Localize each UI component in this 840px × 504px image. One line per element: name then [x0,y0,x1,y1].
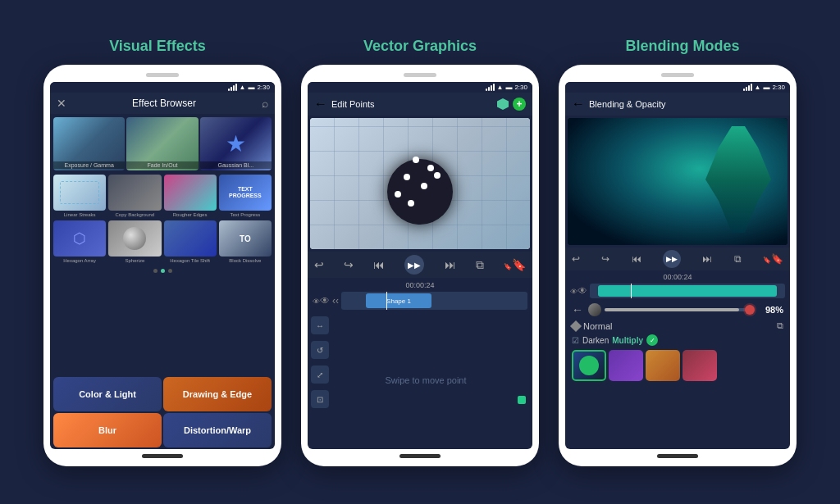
copy-button-2[interactable] [476,258,484,272]
edit-point-3[interactable] [421,183,427,189]
p3-playhead [631,284,632,298]
undo-button-3[interactable] [572,253,580,265]
effect-7[interactable]: TO Block Dissolve [219,220,272,264]
p3-blend-thumbnails [565,347,790,384]
edit-point-5[interactable] [434,172,441,179]
dot-0[interactable] [153,269,158,273]
back-opacity-button[interactable] [572,303,583,316]
p3-timecode: 00:00:24 [570,273,785,281]
dot-1[interactable] [161,269,165,273]
effect-label-2: Rougher Edges [173,212,208,218]
copy-button-3[interactable] [734,253,742,265]
text-progress-label: TEXTPROGRESS [229,186,262,198]
b2 [488,87,490,91]
play-button-3[interactable]: ▶ [663,250,681,268]
p3-layers-icon[interactable]: ⧉ [777,320,783,331]
redo-button-3[interactable] [601,253,609,265]
skip-end-button-3[interactable] [702,253,712,265]
blend-thumb-1[interactable] [609,350,643,381]
play-button-2[interactable]: ▶ [404,255,424,275]
effect-6[interactable]: Hexagon Tile Shift [164,220,217,264]
wifi-icon-2: ▲ [497,84,504,91]
move-tool[interactable]: ↔ [311,316,329,334]
scale-tool[interactable]: ⤢ [311,366,329,384]
p3-track-clip[interactable] [598,285,777,297]
dot-2[interactable] [168,269,172,273]
bookmark-button-3[interactable]: 🔖 [763,253,783,265]
p2-header-title: Edit Points [331,99,375,109]
edit-point-0[interactable] [413,157,419,163]
phone-home-button-2 [399,454,441,458]
thumb-fade[interactable]: Fade In/Out [126,117,198,170]
category-blur[interactable]: Blur [53,413,162,447]
thumb-label-0: Exposure / Gamma [53,161,125,169]
edit-point-1[interactable] [427,165,434,171]
eye-icon-3[interactable]: 👁 [570,285,587,297]
signal-bars-3 [743,84,752,91]
section-title-blending-modes: Blending Modes [568,38,797,55]
p3-track-scroll[interactable] [590,284,785,298]
edit-point-4[interactable] [395,191,401,198]
circle-icon-3 [588,303,601,316]
status-bar-3: ▲ ▬ 2:30 [565,82,790,93]
skip-start-button-2[interactable] [373,258,385,271]
redo-button-2[interactable] [344,258,354,271]
eye-icon-2[interactable]: 👁 [313,295,330,306]
category-drawing-edge[interactable]: Drawing & Edge [163,377,272,411]
effect-thumb-6 [164,220,217,257]
phone-speaker-3 [661,73,694,77]
p3-transport-controls: ▶ 🔖 [565,247,790,270]
p2-header-right: + [497,98,526,111]
back-button-2[interactable] [314,97,327,111]
rotate-tool[interactable]: ↺ [311,341,329,359]
effect-5[interactable]: Spherize [108,220,161,264]
thumb-label-1: Fade In/Out [126,161,198,169]
back-button-3[interactable] [572,97,585,111]
category-distortion-warp[interactable]: Distortion/Warp [163,413,272,447]
p3-slider-thumb[interactable] [745,305,755,315]
p2-track-clip[interactable]: Shape 1 [366,293,431,308]
p3-opacity-slider[interactable] [605,308,754,311]
search-button-1[interactable] [262,97,268,110]
p2-canvas[interactable] [310,118,530,249]
p3-blend-darken-label[interactable]: Darken [582,336,609,345]
b3 [491,85,492,91]
thumb-exposure[interactable]: Exposure / Gamma [53,117,125,170]
category-color-light[interactable]: Color & Light [53,377,162,411]
thumb-gaussian[interactable]: ★ Gaussian Bl... [200,117,272,170]
bar2 [231,87,232,91]
skip-start-button-3[interactable] [632,253,641,265]
effect-2[interactable]: Rougher Edges [164,175,217,218]
edit-point-2[interactable] [404,174,410,180]
p2-tool-list: ↔ ↺ ⤢ ⊡ [311,315,329,446]
time-1: 2:30 [257,84,270,91]
phone-home-button-3 [657,454,698,458]
chevron-left-2[interactable]: ‹ [332,295,339,306]
hex-icon-2[interactable] [497,98,509,110]
bookmark-button-2[interactable]: 🔖 [504,258,526,271]
star-shape: ★ [226,130,246,157]
p3-blend-normal-label[interactable]: Normal [583,321,774,331]
undo-button-2[interactable] [314,258,324,271]
blend-thumb-3[interactable] [682,350,717,381]
close-button-1[interactable] [57,97,66,110]
p2-track-scroll[interactable]: Shape 1 [341,292,527,310]
p3-opacity-slider-container [588,303,754,316]
p2-scroll-bar [523,315,529,446]
effect-0[interactable]: Linear Streaks [53,175,106,218]
bar3 [233,85,235,91]
effect-3[interactable]: TEXTPROGRESS Text Progress [219,175,272,218]
blend-thumb-2[interactable] [646,350,680,381]
effect-1[interactable]: Copy Background [108,175,161,218]
add-button-2[interactable]: + [513,98,526,111]
p1-thumbnails: Exposure / Gamma Fade In/Out ★ Gaussian … [50,114,275,172]
p2-bottom-area: ↔ ↺ ⤢ ⊡ Swipe to move point [308,311,532,449]
edit-point-6[interactable] [408,200,414,207]
effect-label-6: Hexagon Tile Shift [170,258,210,264]
skip-end-button-2[interactable] [445,258,456,271]
p3-check-icon: ✓ [646,334,658,346]
crop-tool[interactable]: ⊡ [311,390,329,408]
blend-thumb-0[interactable] [572,350,606,381]
p3-blend-multiply-label[interactable]: Multiply [612,336,643,345]
effect-4[interactable]: ⬡ Hexagon Array [53,220,106,264]
